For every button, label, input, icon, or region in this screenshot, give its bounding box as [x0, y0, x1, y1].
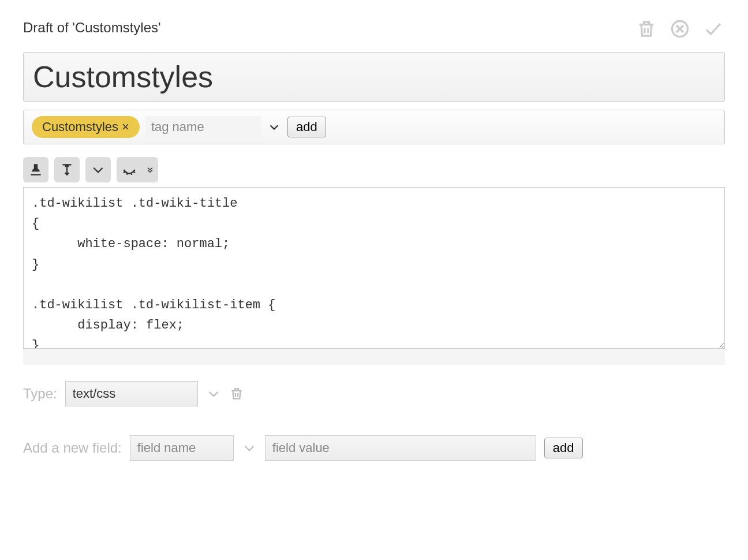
type-label: Type:	[23, 386, 57, 402]
header-actions	[635, 17, 725, 40]
tag-dropdown-icon[interactable]	[267, 120, 282, 135]
field-name-input[interactable]	[130, 435, 234, 461]
new-field-row: Add a new field: add	[23, 435, 725, 461]
new-field-label: Add a new field:	[23, 440, 122, 456]
tag-add-button[interactable]: add	[287, 117, 326, 137]
type-dropdown-icon[interactable]	[206, 386, 221, 401]
delete-icon[interactable]	[635, 17, 658, 40]
height-icon[interactable]	[54, 157, 80, 182]
eye-closed-icon[interactable]	[117, 157, 142, 182]
tag-name-input[interactable]	[145, 116, 261, 138]
type-input[interactable]	[65, 381, 198, 406]
code-editor[interactable]	[23, 187, 725, 349]
editor-wrapper	[23, 187, 725, 365]
preview-toggle-group	[117, 157, 158, 182]
field-value-input[interactable]	[265, 435, 536, 461]
stamp-icon[interactable]	[23, 157, 48, 182]
chevron-down-icon[interactable]	[85, 157, 111, 182]
type-field-row: Type:	[23, 381, 725, 406]
editor-toolbar	[23, 157, 725, 182]
draft-title: Draft of 'Customstyles'	[23, 20, 161, 36]
title-container	[23, 52, 725, 102]
confirm-icon[interactable]	[702, 17, 725, 40]
title-input[interactable]	[33, 57, 715, 96]
cancel-icon[interactable]	[668, 17, 691, 40]
tag-label: Customstyles	[42, 120, 118, 135]
tag-pill: Customstyles ×	[32, 116, 140, 138]
tags-container: Customstyles × add	[23, 110, 725, 144]
field-add-button[interactable]: add	[544, 438, 583, 458]
type-delete-icon[interactable]	[229, 386, 244, 401]
field-name-dropdown-icon[interactable]	[242, 440, 257, 456]
tag-remove-icon[interactable]: ×	[122, 121, 129, 133]
double-chevron-down-icon[interactable]	[142, 157, 158, 182]
